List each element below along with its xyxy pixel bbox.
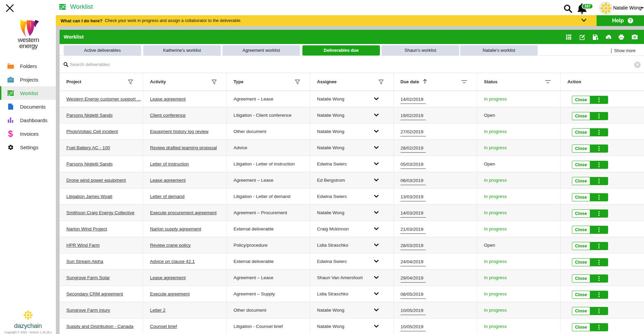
- svg-text:?: ?: [629, 18, 632, 23]
